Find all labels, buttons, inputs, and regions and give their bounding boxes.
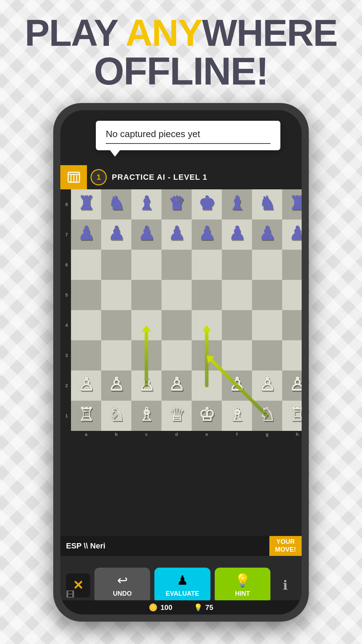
undo-button[interactable]: ↩ UNDO [94, 568, 150, 603]
hint-label: HINT [235, 590, 250, 597]
your-move-badge: YOURMOVE! [269, 536, 302, 556]
prison-icon [67, 170, 81, 184]
player-name: ESP \\ Neri [66, 541, 105, 551]
tooltip-text: No captured pieces yet [106, 129, 270, 140]
headline-line2: OFFLINE! [0, 52, 362, 91]
col-label-b: b [101, 432, 131, 437]
row-label-1: 1 [65, 401, 68, 431]
row-label-5: 5 [65, 280, 68, 310]
col-label-e: e [192, 432, 222, 437]
row-label-4: 4 [65, 310, 68, 340]
phone-screen: No captured pieces yet 1 PRACTICE AI - L… [60, 110, 302, 615]
col-label-g: g [252, 432, 282, 437]
coin-icon: 🪙 [149, 603, 158, 612]
evaluate-icon: ♟ [177, 573, 188, 588]
headline: PLAY ANYWHERE OFFLINE! [0, 14, 362, 91]
player-bar: ESP \\ Neri YOURMOVE! [60, 536, 302, 556]
hints-icon: 💡 [194, 603, 203, 612]
board-container: 8 7 6 5 4 3 2 1 a b c d e f g h [60, 189, 302, 459]
bottom-stats-bar: 🎞 🪙 100 💡 75 [60, 600, 302, 615]
coins-value: 100 [160, 604, 172, 612]
col-label-a: a [71, 432, 101, 437]
undo-label: UNDO [113, 590, 132, 597]
row-label-7: 7 [65, 220, 68, 250]
tooltip-popup: No captured pieces yet [96, 121, 280, 150]
header-bar: 1 PRACTICE AI - LEVEL 1 [60, 165, 302, 189]
col-label-f: f [222, 432, 252, 437]
evaluate-button[interactable]: ♟ EVALUATE [154, 568, 210, 603]
info-button[interactable]: ℹ [275, 575, 296, 596]
filmstrip-icon: 🎞 [66, 590, 75, 600]
level-badge: 1 [90, 169, 107, 185]
header-title: PRACTICE AI - LEVEL 1 [112, 173, 207, 182]
evaluate-label: EVALUATE [166, 590, 199, 597]
header-icon-box [60, 165, 87, 189]
tooltip-arrow [110, 150, 120, 157]
row-label-8: 8 [65, 189, 68, 220]
col-label-d: d [161, 432, 192, 437]
hint-icon: 💡 [235, 573, 251, 588]
row-label-2: 2 [65, 370, 68, 401]
headline-line1: PLAY ANYWHERE [0, 14, 362, 52]
undo-icon: ↩ [117, 573, 128, 588]
hints-value: 75 [205, 604, 213, 612]
col-label-h: h [282, 432, 302, 437]
phone-shell: No captured pieces yet 1 PRACTICE AI - L… [53, 103, 309, 622]
row-label-3: 3 [65, 340, 68, 370]
coins-stat: 🪙 100 [149, 603, 172, 612]
row-label-6: 6 [65, 250, 68, 280]
col-label-c: c [131, 432, 161, 437]
tooltip-underline [106, 143, 270, 144]
hints-stat: 💡 75 [194, 603, 213, 612]
hint-button[interactable]: 💡 HINT [215, 568, 270, 603]
